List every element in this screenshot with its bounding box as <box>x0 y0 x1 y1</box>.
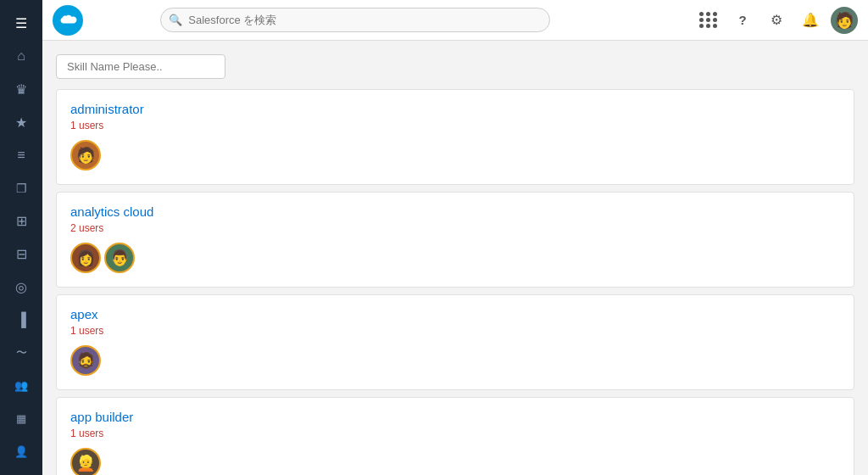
avatar[interactable]: 🧔 <box>70 345 101 376</box>
skill-user-count: 1 users <box>70 428 840 439</box>
avatar[interactable]: 👩 <box>70 243 101 273</box>
skill-user-count: 1 users <box>70 120 840 131</box>
skill-card: app builder1 users👱 <box>56 397 854 475</box>
sidebar-item-calendar[interactable]: ▦ <box>4 404 38 433</box>
help-icon[interactable]: ? <box>729 7 756 34</box>
skill-card: apex1 users🧔 <box>56 294 854 390</box>
main-content: administrator1 users🧑analytics cloud2 us… <box>42 41 868 475</box>
sidebar-item-table[interactable]: ⊞ <box>4 206 38 236</box>
search-input[interactable] <box>160 8 550 32</box>
sidebar-item-wave[interactable]: 〜 <box>4 338 38 368</box>
sidebar-item-target[interactable]: ◎ <box>4 272 38 302</box>
skill-avatars: 👱 <box>70 448 840 475</box>
skill-user-count: 2 users <box>70 222 840 234</box>
sidebar-item-barchart[interactable]: ▐ <box>4 305 38 335</box>
settings-icon[interactable]: ⚙ <box>763 7 790 34</box>
skill-name: apex <box>70 307 840 321</box>
sidebar-item-person[interactable]: 👤 <box>4 437 38 467</box>
salesforce-logo[interactable] <box>53 5 83 36</box>
skill-card: analytics cloud2 users👩👨 <box>56 192 854 288</box>
skill-avatars: 👩👨 <box>70 243 840 273</box>
sidebar-item-copy[interactable]: ❐ <box>4 173 38 203</box>
bell-icon[interactable]: 🔔 <box>797 7 824 34</box>
sidebar-item-users[interactable]: 👥 <box>4 371 38 400</box>
sidebar-item-star[interactable]: ★ <box>4 108 38 137</box>
skill-user-count: 1 users <box>70 325 840 337</box>
header-right: ? ⚙ 🔔 🧑 <box>695 7 858 34</box>
skill-search-input[interactable] <box>56 54 225 79</box>
avatar[interactable]: 👱 <box>70 448 101 475</box>
sidebar: ☰ ⌂ ♛ ★ ≡ ❐ ⊞ ⊟ ◎ ▐ 〜 👥 ▦ 👤 <box>0 0 42 475</box>
header: 🔍 ? ⚙ 🔔 🧑 <box>42 0 868 41</box>
grid-icon[interactable] <box>695 7 722 34</box>
skill-name: analytics cloud <box>70 204 840 219</box>
skill-card: administrator1 users🧑 <box>56 89 854 185</box>
avatar[interactable]: 🧑 <box>70 140 101 170</box>
user-avatar-header[interactable]: 🧑 <box>831 7 858 34</box>
avatar[interactable]: 👨 <box>104 243 135 273</box>
skill-avatars: 🧑 <box>70 140 840 170</box>
sidebar-item-home[interactable]: ⌂ <box>4 42 38 71</box>
search-bar: 🔍 <box>160 8 550 32</box>
skill-avatars: 🧔 <box>70 345 840 376</box>
sidebar-item-menu[interactable]: ☰ <box>4 8 38 38</box>
skill-name: administrator <box>70 102 840 116</box>
skill-name: app builder <box>70 410 840 424</box>
sidebar-item-crown[interactable]: ♛ <box>4 75 38 104</box>
search-icon: 🔍 <box>169 14 182 26</box>
skills-list: administrator1 users🧑analytics cloud2 us… <box>56 89 854 475</box>
sidebar-item-list[interactable]: ≡ <box>4 140 38 170</box>
sidebar-item-chart[interactable]: ⊟ <box>4 239 38 269</box>
